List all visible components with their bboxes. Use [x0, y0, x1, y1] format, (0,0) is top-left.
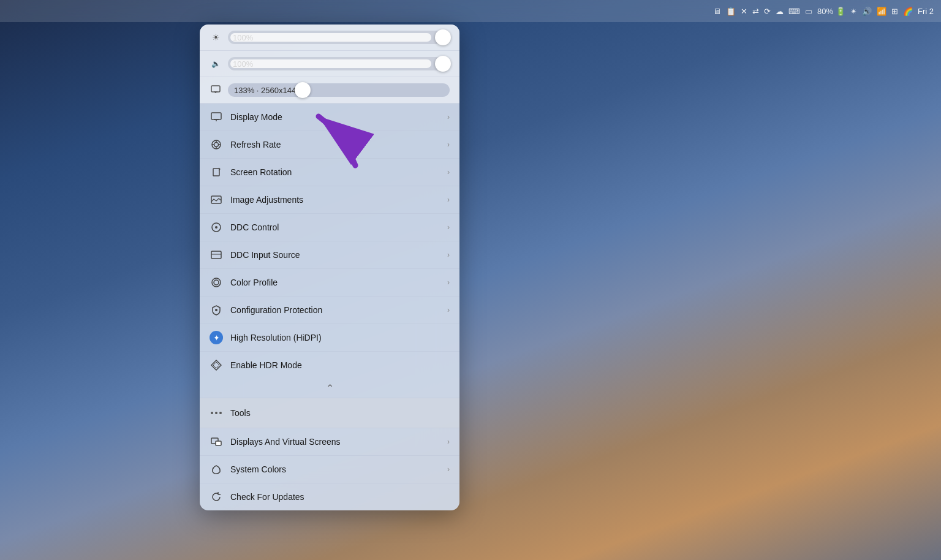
svg-point-24	[215, 412, 217, 414]
svg-rect-12	[213, 168, 219, 176]
ddc-control-label: DDC Control	[230, 222, 440, 232]
menubar-transfer-icon[interactable]: ⇄	[752, 7, 759, 16]
display-icon-svg	[211, 85, 221, 94]
menubar-keyboard-icon[interactable]: ⌨	[788, 7, 800, 16]
config-protection-icon	[210, 303, 223, 317]
ddc-input-label: DDC Input Source	[230, 250, 440, 260]
config-protection-label: Configuration Protection	[230, 305, 440, 315]
resolution-thumb[interactable]	[295, 82, 311, 98]
color-profile-icon	[210, 276, 223, 289]
menubar-stats-icon[interactable]: ✕	[741, 7, 747, 16]
resolution-icon	[210, 85, 222, 96]
tools-label: Tools	[230, 408, 251, 418]
menubar-outlook-icon[interactable]: 📋	[726, 7, 736, 16]
svg-rect-3	[211, 113, 221, 119]
menubar-cloud-icon[interactable]: ☁	[776, 7, 784, 16]
volume-row[interactable]: 🔈 100%	[200, 51, 459, 77]
menu-item-screen-rotation[interactable]: Screen Rotation ›	[200, 159, 459, 186]
menu-item-high-resolution[interactable]: ✦ High Resolution (HiDPI)	[200, 324, 459, 352]
menubar-battery: 80% 🔋	[817, 7, 845, 16]
brightness-row[interactable]: ☀ 100%	[200, 25, 459, 51]
ddc-control-icon	[210, 221, 223, 234]
menu-item-display-mode[interactable]: Display Mode ›	[200, 104, 459, 131]
image-adjustments-label: Image Adjustments	[230, 195, 440, 205]
displays-virtual-label: Displays And Virtual Screens	[230, 437, 440, 447]
volume-thumb[interactable]	[435, 56, 451, 72]
desktop-background	[0, 0, 941, 560]
brightness-track[interactable]: 100%	[228, 31, 450, 44]
ddc-input-icon	[210, 248, 223, 262]
svg-rect-0	[211, 86, 220, 92]
brightness-thumb[interactable]	[435, 29, 451, 45]
volume-track[interactable]: 100%	[228, 57, 450, 70]
enable-hdr-icon	[210, 358, 223, 372]
collapse-indicator[interactable]: ⌃	[200, 379, 459, 398]
check-updates-label: Check For Updates	[230, 492, 450, 502]
dropdown-panel: ☀ 100% 🔈 100% 133% · 2560x1440	[200, 25, 459, 510]
displays-virtual-chevron: ›	[447, 437, 450, 446]
color-profile-label: Color Profile	[230, 278, 440, 287]
menubar-monitor-icon[interactable]: ⟳	[764, 7, 771, 16]
screen-rotation-chevron: ›	[447, 168, 450, 176]
high-resolution-label: High Resolution (HiDPI)	[230, 333, 450, 342]
system-colors-label: System Colors	[230, 464, 440, 474]
menu-item-displays-virtual[interactable]: Displays And Virtual Screens ›	[200, 428, 459, 456]
enable-hdr-label: Enable HDR Mode	[230, 360, 450, 370]
system-colors-icon	[210, 463, 223, 476]
system-colors-chevron: ›	[447, 465, 450, 474]
volume-icon: 🔈	[210, 59, 222, 68]
screen-rotation-icon	[210, 165, 223, 179]
menu-item-ddc-control[interactable]: DDC Control ›	[200, 214, 459, 241]
menu-item-refresh-rate[interactable]: Refresh Rate ›	[200, 131, 459, 159]
refresh-rate-chevron: ›	[447, 140, 450, 149]
menu-item-color-profile[interactable]: Color Profile ›	[200, 269, 459, 297]
brightness-icon: ☀	[210, 32, 222, 42]
displays-virtual-icon	[210, 435, 223, 448]
menubar-audio-icon[interactable]: 🔊	[862, 7, 872, 16]
volume-fill	[230, 59, 431, 68]
high-resolution-icon: ✦	[210, 331, 223, 344]
display-mode-label: Display Mode	[230, 112, 440, 122]
svg-point-25	[219, 412, 222, 414]
display-mode-icon	[210, 110, 223, 124]
menubar: 🖥 📋 ✕ ⇄ ⟳ ☁ ⌨ ▭ 80% 🔋 ✴ 🔊 📶 ⊞ 🌈 Fri 2	[0, 0, 941, 22]
menubar-wifi-icon[interactable]: 📶	[877, 7, 886, 16]
menubar-controlcenter-icon[interactable]: ⊞	[891, 7, 898, 16]
ddc-control-chevron: ›	[447, 223, 450, 232]
menu-item-system-colors[interactable]: System Colors ›	[200, 456, 459, 483]
svg-rect-16	[211, 251, 221, 259]
svg-point-15	[215, 226, 217, 229]
image-adjustments-icon	[210, 193, 223, 206]
ddc-input-chevron: ›	[447, 251, 450, 259]
refresh-rate-label: Refresh Rate	[230, 140, 440, 149]
brightness-fill	[230, 33, 431, 42]
screen-rotation-label: Screen Rotation	[230, 167, 440, 177]
svg-point-18	[212, 278, 221, 287]
tools-section[interactable]: Tools	[200, 398, 459, 428]
menubar-time: Fri 2	[918, 7, 934, 16]
menu-item-enable-hdr[interactable]: Enable HDR Mode	[200, 352, 459, 379]
svg-rect-27	[216, 441, 221, 445]
svg-point-20	[215, 309, 217, 311]
menubar-airplay-icon[interactable]: ▭	[805, 7, 812, 16]
refresh-rate-icon	[210, 138, 223, 151]
svg-point-7	[214, 143, 219, 147]
svg-point-23	[211, 412, 213, 414]
resolution-track[interactable]: 133% · 2560x1440	[228, 83, 450, 97]
config-protection-chevron: ›	[447, 306, 450, 314]
menu-item-config-protection[interactable]: Configuration Protection ›	[200, 297, 459, 324]
resolution-row[interactable]: 133% · 2560x1440	[200, 77, 459, 104]
color-profile-chevron: ›	[447, 278, 450, 287]
menubar-siri-icon[interactable]: 🌈	[903, 7, 913, 16]
menubar-bluetooth-icon[interactable]: ✴	[850, 7, 857, 16]
display-mode-chevron: ›	[447, 113, 450, 121]
menu-item-ddc-input[interactable]: DDC Input Source ›	[200, 241, 459, 269]
menu-item-check-updates[interactable]: Check For Updates	[200, 483, 459, 510]
check-updates-icon	[210, 490, 223, 504]
svg-point-19	[214, 280, 219, 285]
tools-icon	[210, 406, 223, 420]
resolution-value: 133% · 2560x1440	[234, 86, 300, 95]
menubar-display-icon[interactable]: 🖥	[713, 7, 721, 16]
menu-item-image-adjustments[interactable]: Image Adjustments ›	[200, 186, 459, 214]
image-adjustments-chevron: ›	[447, 195, 450, 204]
